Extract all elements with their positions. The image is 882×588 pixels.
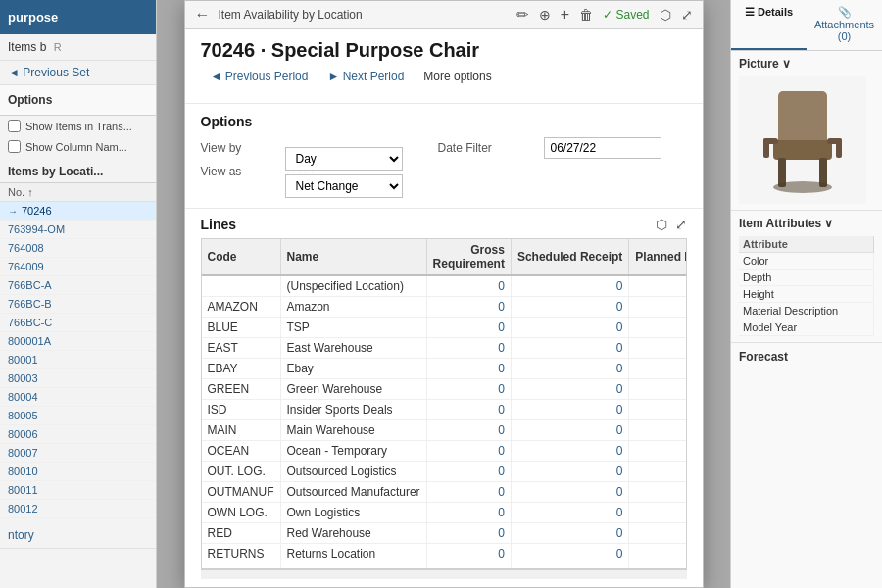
view-as-select[interactable]: Net Change Balance at Date (285, 174, 403, 198)
cell-name: Outsourced Logistics (280, 462, 426, 482)
attr-col-header-attribute: Attribute (739, 236, 874, 253)
sidebar-options-title: Options (0, 85, 156, 116)
tab-attachments[interactable]: 📎 Attachments (0) (807, 0, 882, 50)
table-row[interactable]: EBAY Ebay 0 0 0 0 (202, 359, 687, 379)
lines-header: Lines ⬡ ⤢ (201, 217, 687, 232)
cell-name: Green Warehouse (280, 379, 426, 400)
show-items-trans-checkbox[interactable] (8, 120, 21, 132)
table-row[interactable]: OUT. LOG. Outsourced Logistics 0 0 0 0 (202, 462, 687, 482)
table-row[interactable]: RETURNS Returns Location 0 0 0 0 (202, 544, 687, 564)
lines-export-icon[interactable]: ⬡ (656, 217, 667, 232)
attr-name: Height (739, 286, 874, 303)
right-panel-tabs: ☰ Details 📎 Attachments (0) (731, 0, 882, 51)
sidebar-list-item[interactable]: 80005 (0, 407, 156, 425)
cell-code: OUT. LOG. (202, 462, 281, 482)
lines-icons: ⬡ ⤢ (656, 217, 687, 232)
details-icon: ☰ (745, 6, 755, 18)
left-sidebar: purpose Items b R ◄ Previous Set Options… (0, 0, 157, 588)
table-row[interactable]: GREEN Green Warehouse 0 0 0 0 (202, 379, 687, 400)
cell-code: OWN LOG. (202, 503, 281, 523)
table-row[interactable]: EAST East Warehouse 0 0 0 0 (202, 338, 687, 359)
sidebar-list-item[interactable]: 80006 (0, 425, 156, 444)
add-icon[interactable]: + (561, 6, 569, 24)
svg-rect-1 (773, 140, 832, 160)
cell-name: TSP (280, 318, 426, 338)
view-as-select-wrapper: Net Change Balance at Date (285, 174, 687, 198)
item-attributes-title[interactable]: Item Attributes ∨ (739, 217, 874, 230)
chair-svg (744, 81, 861, 199)
table-row[interactable]: RED Red Warehouse 0 0 0 0 (202, 523, 687, 544)
share-icon[interactable]: ⊕ (539, 7, 551, 23)
cell-code: AMAZON (202, 297, 281, 318)
sidebar-list-item[interactable]: 80003 (0, 369, 156, 388)
cell-name: Returns Location (280, 544, 426, 564)
cell-code: RED (202, 523, 281, 544)
previous-period-button[interactable]: ◄ Previous Period (201, 66, 318, 87)
delete-icon[interactable]: 🗑 (579, 7, 593, 23)
edit-icon[interactable]: ✏ (516, 6, 529, 24)
table-row[interactable]: (Unspecified Location) 0 0 0 0 (202, 275, 687, 297)
cell-name: Main Warehouse (280, 420, 426, 441)
cell-name: Ebay (280, 359, 426, 379)
sidebar-list-item[interactable]: 766BC-A (0, 276, 156, 295)
table-row[interactable]: BLUE TSP 0 0 0 0 (202, 318, 687, 338)
sidebar-list-item[interactable]: 80012 (0, 500, 156, 518)
forecast-title[interactable]: Forecast (739, 350, 788, 364)
sidebar-list-item[interactable]: →70246 (0, 202, 156, 220)
expand-icon[interactable]: ⤢ (681, 7, 693, 23)
table-row[interactable]: OWN LOG. Own Logistics 0 0 0 0 (202, 503, 687, 523)
sidebar-list-item[interactable]: 80001 (0, 351, 156, 369)
sidebar-show-col-name[interactable]: Show Column Nam... (0, 136, 156, 157)
table-row[interactable]: OCEAN Ocean - Temporary 0 0 0 0 (202, 441, 687, 462)
modal-topbar-title: Item Availability by Location (219, 8, 509, 22)
cell-name: Own Logistics (280, 503, 426, 523)
cell-name: Ocean - Temporary (280, 441, 426, 462)
cell-code: RETURNS (202, 544, 281, 564)
cell-code: GREEN (202, 379, 281, 400)
table-row[interactable]: MAIN Main Warehouse 0 0 0 0 (202, 420, 687, 441)
sidebar-nav-inventory[interactable]: ntory (0, 522, 156, 549)
table-scrollbar[interactable] (201, 569, 687, 579)
sidebar-list-item[interactable]: 764009 (0, 258, 156, 276)
item-attributes-chevron-icon: ∨ (824, 217, 833, 230)
table-row[interactable]: AMAZON Amazon 0 0 0 0 (202, 297, 687, 318)
sidebar-nav-items-by[interactable]: Items b R (0, 34, 156, 61)
link-icon[interactable]: ⬡ (660, 7, 671, 23)
sidebar-list-item[interactable]: 80007 (0, 444, 156, 463)
tab-details[interactable]: ☰ Details (731, 0, 807, 50)
sidebar-previous-set[interactable]: ◄ Previous Set (0, 61, 156, 85)
sidebar-list-item[interactable]: 764008 (0, 239, 156, 258)
options-section-title: Options (201, 114, 687, 129)
table-row[interactable]: ISD Insider Sports Deals 0 0 0 0 (202, 400, 687, 420)
lines-table-head: Code Name GrossRequirement Scheduled Rec… (202, 239, 687, 275)
next-period-button[interactable]: ► Next Period (318, 66, 414, 87)
sidebar-list-item[interactable]: 766BC-C (0, 314, 156, 332)
chair-image (739, 76, 866, 204)
main-area: ← Item Availability by Location ✏ ⊕ + 🗑 … (157, 0, 730, 588)
sidebar-show-items-trans[interactable]: Show Items in Trans... (0, 116, 156, 136)
sidebar-list-item[interactable]: 763994-OM (0, 220, 156, 239)
sidebar-header-text: purpose (8, 10, 58, 24)
active-arrow-icon: → (8, 206, 18, 217)
sidebar-list-item[interactable]: 80011 (0, 481, 156, 500)
more-options-button[interactable]: More options (414, 66, 501, 87)
col-header-planned-receipt: Planned Receipt (629, 239, 687, 275)
picture-section-title[interactable]: Picture ∨ (739, 57, 874, 71)
modal-topbar-icons: ✏ ⊕ + 🗑 ✓ Saved ⬡ ⤢ (516, 6, 693, 24)
show-col-name-checkbox[interactable] (8, 140, 21, 153)
modal-back-button[interactable]: ← (195, 6, 211, 24)
view-by-select[interactable]: Day Week Month (285, 147, 403, 171)
sidebar-list-item[interactable]: 80004 (0, 388, 156, 407)
right-panel-forecast: Forecast (731, 343, 882, 369)
attachments-icon: 📎 (838, 6, 852, 18)
sidebar-list-item[interactable]: 800001A (0, 332, 156, 351)
cell-code: MAIN (202, 420, 281, 441)
sidebar-list-item[interactable]: 80010 (0, 463, 156, 481)
lines-expand-icon[interactable]: ⤢ (675, 217, 687, 232)
modal-heading: 70246 · Special Purpose Chair ◄ Previous… (185, 29, 703, 104)
col-header-sched-receipt: Scheduled Receipt (511, 239, 628, 275)
table-row[interactable]: OUTMANUF Outsourced Manufacturer 0 0 0 0 (202, 482, 687, 503)
sidebar-list-item[interactable]: 766BC-B (0, 295, 156, 314)
cell-name: East Warehouse (280, 338, 426, 359)
attributes-table: Attribute ColorDepthHeightMaterial Descr… (739, 236, 874, 336)
